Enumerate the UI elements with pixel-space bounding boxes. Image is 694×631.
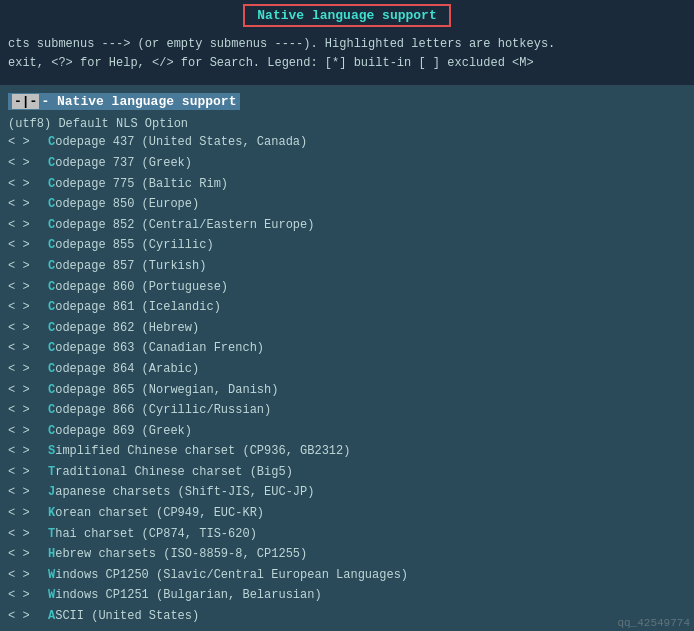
main-content: -|-- Native language support (utf8) Defa… <box>0 85 694 631</box>
item-description: orean charset (CP949, EUC-KR) <box>55 504 264 523</box>
watermark: qq_42549774 <box>617 617 690 629</box>
list-item[interactable]: < > Codepage 852 (Central/Eastern Europe… <box>8 215 686 236</box>
list-item[interactable]: < > Japanese charsets (Shift-JIS, EUC-JP… <box>8 482 686 503</box>
list-item[interactable]: < > Korean charset (CP949, EUC-KR) <box>8 503 686 524</box>
item-brackets: < > <box>8 628 48 631</box>
item-hotkey-letter: K <box>48 504 55 523</box>
item-description: odepage 863 (Canadian French) <box>55 339 264 358</box>
item-brackets: < > <box>8 133 48 152</box>
item-description: raditional Chinese charset (Big5) <box>55 463 293 482</box>
list-item[interactable]: < > Codepage 861 (Icelandic) <box>8 297 686 318</box>
list-item[interactable]: < > Thai charset (CP874, TIS-620) <box>8 524 686 545</box>
item-brackets: < > <box>8 278 48 297</box>
item-description: odepage 861 (Icelandic) <box>55 298 221 317</box>
item-description: odepage 737 (Greek) <box>55 154 192 173</box>
item-hotkey-letter: C <box>48 175 55 194</box>
item-hotkey-letter: W <box>48 586 55 605</box>
item-brackets: < > <box>8 566 48 585</box>
item-description: odepage 860 (Portuguese) <box>55 278 228 297</box>
list-item[interactable]: < > Codepage 775 (Baltic Rim) <box>8 174 686 195</box>
item-hotkey-letter: J <box>48 483 55 502</box>
item-description: odepage 775 (Baltic Rim) <box>55 175 228 194</box>
list-item[interactable]: < > Codepage 855 (Cyrillic) <box>8 235 686 256</box>
item-hotkey-letter: H <box>48 545 55 564</box>
list-item[interactable]: < > ASCII (United States) <box>8 606 686 627</box>
item-brackets: < > <box>8 339 48 358</box>
list-item[interactable]: < > Codepage 869 (Greek) <box>8 421 686 442</box>
list-item[interactable]: < > Hebrew charsets (ISO-8859-8, CP1255) <box>8 544 686 565</box>
top-bar: Native language support <box>0 0 694 31</box>
subtitle-area: cts submenus ---> (or empty submenus ---… <box>0 31 694 77</box>
item-hotkey-letter: N <box>48 628 55 631</box>
item-hotkey-letter: S <box>48 442 55 461</box>
list-item[interactable]: < > Windows CP1250 (Slavic/Central Europ… <box>8 565 686 586</box>
item-description: implified Chinese charset (CP936, GB2312… <box>55 442 350 461</box>
list-item[interactable]: < > Codepage 864 (Arabic) <box>8 359 686 380</box>
item-brackets: < > <box>8 257 48 276</box>
item-description: odepage 855 (Cyrillic) <box>55 236 213 255</box>
item-brackets: < > <box>8 483 48 502</box>
list-item[interactable]: < > Codepage 862 (Hebrew) <box>8 318 686 339</box>
item-brackets: < > <box>8 381 48 400</box>
item-hotkey-letter: C <box>48 298 55 317</box>
list-item[interactable]: < > Traditional Chinese charset (Big5) <box>8 462 686 483</box>
section-title: -|-- Native language support <box>8 93 240 110</box>
list-item[interactable]: < > Codepage 866 (Cyrillic/Russian) <box>8 400 686 421</box>
item-brackets: < > <box>8 236 48 255</box>
item-hotkey-letter: C <box>48 236 55 255</box>
item-brackets: < > <box>8 545 48 564</box>
item-brackets: < > <box>8 607 48 626</box>
list-item[interactable]: < > Codepage 860 (Portuguese) <box>8 277 686 298</box>
subtitle-line2: exit, <?> for Help, </> for Search. Lege… <box>8 54 686 73</box>
item-brackets: < > <box>8 154 48 173</box>
item-brackets: < > <box>8 195 48 214</box>
item-brackets: < > <box>8 175 48 194</box>
item-brackets: < > <box>8 463 48 482</box>
subtitle-line1: cts submenus ---> (or empty submenus ---… <box>8 35 686 54</box>
item-description: hai charset (CP874, TIS-620) <box>55 525 257 544</box>
item-brackets: < > <box>8 216 48 235</box>
item-brackets: < > <box>8 401 48 420</box>
item-hotkey-letter: C <box>48 278 55 297</box>
list-item[interactable]: < > Codepage 857 (Turkish) <box>8 256 686 277</box>
item-brackets: < > <box>8 422 48 441</box>
item-hotkey-letter: C <box>48 339 55 358</box>
item-hotkey-letter: C <box>48 401 55 420</box>
item-hotkey-letter: C <box>48 195 55 214</box>
list-item[interactable]: < > Codepage 850 (Europe) <box>8 194 686 215</box>
item-description: indows CP1250 (Slavic/Central European L… <box>55 566 408 585</box>
item-description: indows CP1251 (Bulgarian, Belarusian) <box>55 586 321 605</box>
list-item[interactable]: < > Codepage 863 (Canadian French) <box>8 338 686 359</box>
item-brackets: < > <box>8 298 48 317</box>
item-brackets: < > <box>8 442 48 461</box>
list-item[interactable]: < > Windows CP1251 (Bulgarian, Belarusia… <box>8 585 686 606</box>
list-item[interactable]: < > Simplified Chinese charset (CP936, G… <box>8 441 686 462</box>
item-brackets: < > <box>8 360 48 379</box>
list-item[interactable]: < > Codepage 437 (United States, Canada) <box>8 132 686 153</box>
item-hotkey-letter: C <box>48 381 55 400</box>
item-brackets: < > <box>8 319 48 338</box>
item-hotkey-letter: C <box>48 154 55 173</box>
item-hotkey-letter: T <box>48 463 55 482</box>
item-description: odepage 852 (Central/Eastern Europe) <box>55 216 314 235</box>
item-description: odepage 865 (Norwegian, Danish) <box>55 381 278 400</box>
item-description: apanese charsets (Shift-JIS, EUC-JP) <box>55 483 314 502</box>
item-hotkey-letter: C <box>48 216 55 235</box>
item-hotkey-letter: A <box>48 607 55 626</box>
item-description: odepage 862 (Hebrew) <box>55 319 199 338</box>
item-hotkey-letter: C <box>48 133 55 152</box>
item-description: odepage 857 (Turkish) <box>55 257 206 276</box>
item-hotkey-letter: T <box>48 525 55 544</box>
list-item[interactable]: < > NLS ISO 8859-1 (Latin 1; Western Eur… <box>8 627 686 631</box>
item-description: odepage 866 (Cyrillic/Russian) <box>55 401 271 420</box>
dash-highlight: -|- <box>12 94 39 109</box>
item-hotkey-letter: C <box>48 422 55 441</box>
item-hotkey-letter: C <box>48 360 55 379</box>
item-brackets: < > <box>8 586 48 605</box>
items-list: < > Codepage 437 (United States, Canada)… <box>8 132 686 631</box>
item-description: ebrew charsets (ISO-8859-8, CP1255) <box>55 545 307 564</box>
item-description: odepage 437 (United States, Canada) <box>55 133 307 152</box>
item-description: LS ISO 8859-1 (Latin 1; Western European… <box>55 628 422 631</box>
list-item[interactable]: < > Codepage 865 (Norwegian, Danish) <box>8 380 686 401</box>
list-item[interactable]: < > Codepage 737 (Greek) <box>8 153 686 174</box>
